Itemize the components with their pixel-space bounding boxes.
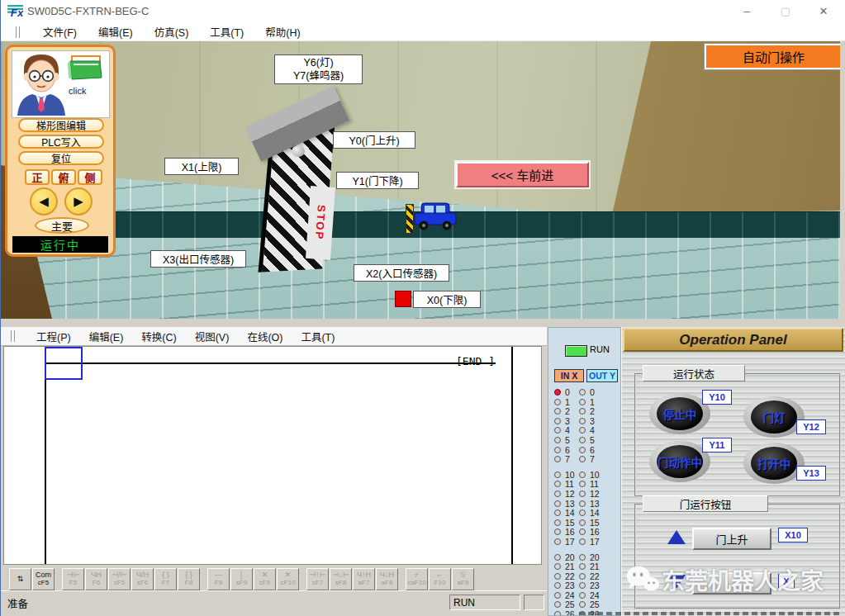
menu-item[interactable]: 帮助(H) [265, 24, 300, 40]
output-led [579, 528, 586, 535]
io-row: 1212 [554, 489, 604, 499]
input-led [554, 592, 561, 599]
input-led [554, 554, 561, 561]
output-led [579, 519, 586, 526]
reset-button[interactable]: 复位 [18, 151, 104, 165]
in-x-header: IN X [554, 369, 584, 382]
run-status-display: 运行中 [12, 236, 108, 253]
ladder-menu-item[interactable]: 转换(C) [141, 329, 176, 344]
tag-y12: Y12 [796, 419, 826, 434]
rotate-right-button[interactable]: ▶ [64, 187, 93, 216]
menu-item[interactable]: 仿真(S) [154, 24, 189, 40]
ladder-tool-horizontal-line: —F9 [207, 568, 230, 590]
label-x1: X1(上限) [164, 158, 239, 175]
maximize-button[interactable]: ▢ [768, 0, 803, 23]
view-front-button[interactable]: 正 [25, 169, 50, 185]
car [413, 198, 458, 235]
tag-x-partial: X [778, 574, 795, 589]
toolbar-grip [11, 330, 15, 342]
run-led-label: RUN [590, 344, 610, 354]
io-row: 1010 [554, 470, 604, 480]
io-row: 44 [554, 425, 604, 435]
end-instruction: [END ] [456, 355, 495, 367]
ladder-tool-coil: ( )F7 [154, 568, 177, 590]
tag-y11: Y11 [702, 438, 732, 453]
menu-item[interactable]: 工具(T) [210, 24, 244, 40]
output-led [579, 447, 586, 453]
ladder-right-rail [511, 347, 513, 564]
io-row: 11 [554, 397, 604, 407]
io-row: 2121 [554, 562, 604, 571]
input-led [554, 611, 561, 616]
ladder-menu-item[interactable]: 编辑(E) [89, 329, 124, 344]
ladder-menu-item[interactable]: 视图(V) [195, 329, 230, 344]
window-title: SW0D5C-FXTRN-BEG-C [27, 5, 149, 17]
output-led [579, 592, 586, 599]
input-led [554, 447, 561, 453]
input-led [554, 418, 561, 424]
input-led [554, 563, 561, 570]
output-led [579, 437, 586, 443]
output-led [579, 563, 586, 570]
ladder-tool-vertical-line: │sF9 [230, 568, 253, 590]
stop-road-marking: STOP [306, 186, 335, 260]
guide-control-panel: click 梯形图编辑 PLC写入 复位 正 俯 侧 ◀ ▶ 主要 运行中 [5, 45, 116, 257]
io-row: 55 [554, 435, 604, 445]
output-led [579, 582, 586, 589]
fx-logo-icon: Fx [7, 4, 23, 18]
menu-item[interactable]: 文件(F) [43, 24, 77, 40]
status-group-label: 运行状态 [643, 365, 745, 381]
ladder-menu-item[interactable]: 工程(P) [36, 329, 71, 344]
ladder-menu-bar: 工程(P)编辑(E)转换(C)视图(V)在线(O)工具(T) [1, 327, 547, 346]
io-row: 1414 [554, 508, 604, 518]
main-view-button[interactable]: 主要 [35, 217, 89, 234]
label-y0: Y0(门上升) [333, 131, 415, 149]
out-y-header: OUT Y [586, 369, 618, 382]
label-y7: Y7(蜂鸣器) [293, 69, 344, 83]
io-row: 33 [554, 416, 604, 426]
door-down-button[interactable] [692, 572, 771, 595]
ladder-tool-step-ladder: ⌐F10 [429, 568, 451, 590]
io-monitor-panel: RUN IN X OUT Y 0011223344556677101011111… [548, 327, 621, 616]
x0-indicator-square [395, 291, 411, 307]
instructor-image[interactable]: click [12, 50, 110, 118]
input-led [554, 509, 561, 516]
io-row: 1111 [554, 479, 604, 489]
close-button[interactable]: ✕ [806, 0, 841, 23]
io-row: 1515 [554, 518, 604, 528]
io-rows: 0011223344556677101011111212131314141515… [554, 387, 604, 616]
output-led [579, 490, 586, 497]
car-advance-button[interactable]: <<< 车前进 [456, 162, 589, 187]
ladder-edit-button[interactable]: 梯形图编辑 [18, 118, 104, 132]
ladder-canvas[interactable]: [END ] [3, 346, 542, 565]
ladder-menu-item[interactable]: 在线(O) [247, 329, 282, 344]
plc-write-button[interactable]: PLC写入 [18, 135, 104, 149]
ladder-tool-delete-horizontal-line: ✕cF9 [254, 568, 276, 590]
ladder-menu-item[interactable]: 工具(T) [301, 329, 335, 344]
input-led [554, 528, 561, 535]
ladder-toolbar: ⇅ComcF5⊣⊢F5ЧНF6⊣/⊢sF5Ч/НsF6( )F7{ }F8—F9… [1, 567, 474, 590]
io-row: 1616 [554, 527, 604, 537]
menu-item[interactable]: 编辑(E) [98, 24, 133, 40]
sim-right-strip [840, 41, 845, 319]
lamp-door-opening: 打开中 [743, 443, 805, 484]
label-y6-y7: Y6(灯) Y7(蜂鸣器) [274, 54, 363, 84]
ladder-tool-insert-mode[interactable]: ⇅ [9, 568, 31, 590]
ladder-tool-comment[interactable]: ComcF5 [32, 568, 55, 590]
ladder-status-bar: 准备 RUN [1, 590, 547, 616]
input-led [554, 471, 561, 478]
view-side-button[interactable]: 侧 [78, 169, 102, 185]
input-led [554, 389, 561, 396]
view-top-button[interactable]: 俯 [51, 169, 76, 185]
output-led [579, 500, 586, 507]
label-y6: Y6(灯) [303, 56, 333, 69]
io-row: 2323 [554, 580, 604, 590]
output-led [579, 471, 586, 478]
ladder-tool-parallel-falling-pulse: Ч↓НaF8 [376, 568, 398, 590]
minimize-button[interactable]: – [729, 0, 764, 23]
tag-y10: Y10 [702, 390, 732, 405]
rotate-left-button[interactable]: ◀ [30, 187, 58, 216]
ladder-cursor[interactable] [45, 347, 83, 380]
lamp-door-moving: 门动作中 [649, 441, 710, 482]
door-up-button[interactable]: 门上升 [692, 528, 771, 550]
